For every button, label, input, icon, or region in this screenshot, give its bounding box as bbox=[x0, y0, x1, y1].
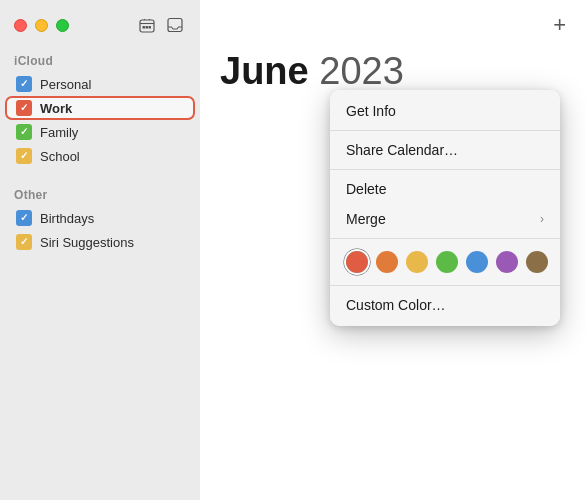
year-value: 2023 bbox=[319, 50, 404, 92]
sidebar-item-siri-suggestions[interactable]: Siri Suggestions bbox=[6, 231, 194, 253]
add-button[interactable]: + bbox=[553, 14, 566, 36]
calendar-grid-icon[interactable] bbox=[136, 14, 158, 36]
menu-item-custom-color[interactable]: Custom Color… bbox=[330, 290, 560, 320]
sidebar-item-personal[interactable]: Personal bbox=[6, 73, 194, 95]
menu-divider-1 bbox=[330, 130, 560, 131]
color-swatch-green[interactable] bbox=[436, 251, 458, 273]
sidebar-item-birthdays[interactable]: Birthdays bbox=[6, 207, 194, 229]
menu-divider-3 bbox=[330, 238, 560, 239]
menu-divider-4 bbox=[330, 285, 560, 286]
birthdays-checkbox[interactable] bbox=[16, 210, 32, 226]
menu-item-merge[interactable]: Merge › bbox=[330, 204, 560, 234]
menu-item-share-calendar[interactable]: Share Calendar… bbox=[330, 135, 560, 165]
color-swatch-orange[interactable] bbox=[376, 251, 398, 273]
main-top-bar: + bbox=[220, 14, 566, 36]
sidebar: iCloud Personal Work Family School Other… bbox=[0, 0, 200, 500]
siri-suggestions-checkbox[interactable] bbox=[16, 234, 32, 250]
color-swatch-blue[interactable] bbox=[466, 251, 488, 273]
month-title: June 2023 bbox=[220, 50, 566, 93]
school-label: School bbox=[40, 149, 80, 164]
sidebar-item-work[interactable]: Work bbox=[6, 97, 194, 119]
color-swatch-brown[interactable] bbox=[526, 251, 548, 273]
personal-checkbox[interactable] bbox=[16, 76, 32, 92]
traffic-lights-bar bbox=[0, 0, 200, 46]
inbox-icon[interactable] bbox=[164, 14, 186, 36]
svg-rect-6 bbox=[149, 26, 152, 29]
color-swatch-yellow[interactable] bbox=[406, 251, 428, 273]
sidebar-item-family[interactable]: Family bbox=[6, 121, 194, 143]
minimize-button[interactable] bbox=[35, 19, 48, 32]
month-name: June bbox=[220, 50, 309, 92]
main-area: + June 2023 Get Info Share Calendar… Del… bbox=[200, 0, 586, 500]
work-label: Work bbox=[40, 101, 72, 116]
siri-suggestions-label: Siri Suggestions bbox=[40, 235, 134, 250]
maximize-button[interactable] bbox=[56, 19, 69, 32]
personal-label: Personal bbox=[40, 77, 91, 92]
birthdays-label: Birthdays bbox=[40, 211, 94, 226]
work-checkbox[interactable] bbox=[16, 100, 32, 116]
color-swatch-red[interactable] bbox=[346, 251, 368, 273]
menu-divider-2 bbox=[330, 169, 560, 170]
close-button[interactable] bbox=[14, 19, 27, 32]
sidebar-item-school[interactable]: School bbox=[6, 145, 194, 167]
svg-rect-4 bbox=[143, 26, 146, 29]
menu-item-delete[interactable]: Delete bbox=[330, 174, 560, 204]
context-menu: Get Info Share Calendar… Delete Merge › … bbox=[330, 90, 560, 326]
other-section-label: Other bbox=[0, 180, 200, 206]
family-checkbox[interactable] bbox=[16, 124, 32, 140]
school-checkbox[interactable] bbox=[16, 148, 32, 164]
color-palette-row bbox=[330, 243, 560, 281]
family-label: Family bbox=[40, 125, 78, 140]
svg-rect-5 bbox=[146, 26, 149, 29]
color-swatch-purple[interactable] bbox=[496, 251, 518, 273]
icloud-section-label: iCloud bbox=[0, 46, 200, 72]
merge-submenu-chevron: › bbox=[540, 212, 544, 226]
toolbar-icons bbox=[136, 14, 186, 36]
menu-item-get-info[interactable]: Get Info bbox=[330, 96, 560, 126]
